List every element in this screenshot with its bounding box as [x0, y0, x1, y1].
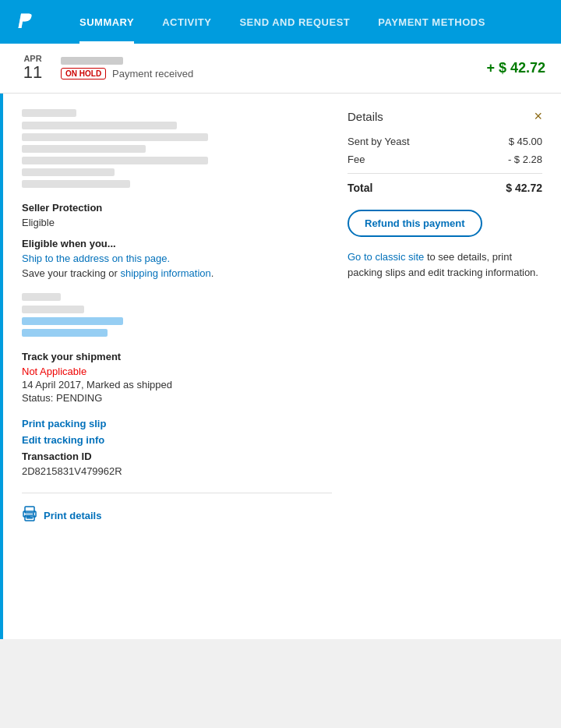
transaction-amount: + $ 42.72 — [486, 60, 545, 76]
transaction-id-value: 2D8215831V479962R — [22, 465, 332, 477]
address-line-1 — [22, 122, 177, 129]
transaction-bar: APR 11 ON HOLD Payment received + $ 42.7… — [0, 44, 561, 94]
address-line-2 — [22, 133, 208, 141]
total-row: Total $ 42.72 — [348, 178, 542, 197]
eligible-save-row: Save your tracking or shipping informati… — [22, 267, 332, 279]
nav-send-request[interactable]: SEND AND REQUEST — [225, 0, 364, 44]
transaction-date: APR 11 — [16, 54, 50, 82]
date-day: 11 — [16, 63, 50, 82]
eligible-ship: Ship to the address on this page. — [22, 253, 332, 264]
paid-by-label — [22, 293, 61, 301]
refund-button[interactable]: Refund this payment — [348, 210, 482, 237]
header: SUMMARY ACTIVITY SEND AND REQUEST PAYMEN… — [0, 0, 561, 44]
transaction-id-label: Transaction ID — [22, 451, 332, 462]
fee-amount: - $ 2.28 — [508, 154, 542, 165]
address-line-3 — [22, 145, 146, 153]
address-line-6 — [22, 180, 130, 188]
printer-icon — [22, 506, 37, 525]
sender-name — [61, 57, 123, 65]
details-header: Details × — [348, 109, 542, 123]
eligible-save-text: Save your tracking or — [22, 267, 120, 279]
track-na: Not Applicable — [22, 366, 332, 377]
total-amount: $ 42.72 — [506, 182, 542, 194]
address-line-4 — [22, 157, 208, 164]
paid-by-section — [22, 293, 332, 337]
eligible-when-label: Eligible when you... — [22, 238, 332, 249]
transaction-status-row: ON HOLD Payment received — [61, 68, 486, 80]
details-title: Details — [348, 110, 383, 123]
left-column: Seller Protection Eligible Eligible when… — [22, 109, 332, 624]
sent-by-label: Sent by Yeast — [348, 136, 410, 147]
track-status: Status: PENDING — [22, 392, 332, 404]
seller-protection-value: Eligible — [22, 217, 332, 228]
paypal-logo — [16, 11, 34, 33]
address-line-5 — [22, 168, 115, 176]
transaction-description: Payment received — [112, 68, 193, 80]
sent-by-amount: $ 45.00 — [509, 136, 542, 147]
classic-site-text: Go to classic site to see details, print… — [348, 249, 542, 280]
close-button[interactable]: × — [534, 109, 542, 123]
main-nav: SUMMARY ACTIVITY SEND AND REQUEST PAYMEN… — [65, 0, 499, 44]
track-shipment-label: Track your shipment — [22, 351, 332, 362]
eligible-period: . — [211, 267, 214, 279]
right-column: Details × Sent by Yeast $ 45.00 Fee - $ … — [348, 109, 542, 624]
shipping-information-link[interactable]: shipping information — [120, 267, 210, 279]
eligible-section: Eligible when you... Ship to the address… — [22, 238, 332, 279]
sent-by-row: Sent by Yeast $ 45.00 — [348, 133, 542, 150]
print-details-link[interactable]: Print details — [44, 510, 101, 521]
main-content: Seller Protection Eligible Eligible when… — [0, 94, 561, 639]
print-packing-slip-link[interactable]: Print packing slip — [22, 418, 332, 429]
print-edit-section: Print packing slip Edit tracking info — [22, 418, 332, 446]
edit-tracking-info-link[interactable]: Edit tracking info — [22, 434, 332, 446]
classic-site-link[interactable]: Go to classic site — [348, 251, 424, 263]
seller-protection-section: Seller Protection Eligible — [22, 202, 332, 228]
track-date: 14 April 2017, Marked as shipped — [22, 379, 332, 391]
transaction-id-section: Transaction ID 2D8215831V479962R — [22, 451, 332, 477]
svg-rect-4 — [26, 516, 30, 517]
nav-activity[interactable]: ACTIVITY — [148, 0, 225, 44]
total-label: Total — [348, 182, 372, 194]
paid-by-url — [22, 317, 123, 325]
seller-protection-label: Seller Protection — [22, 202, 332, 214]
details-divider — [348, 173, 542, 174]
paid-by-name — [22, 306, 84, 313]
track-shipment-section: Track your shipment Not Applicable 14 Ap… — [22, 351, 332, 404]
fee-label: Fee — [348, 154, 365, 165]
paid-by-email — [22, 329, 108, 337]
nav-summary[interactable]: SUMMARY — [65, 0, 148, 44]
on-hold-badge: ON HOLD — [61, 68, 106, 80]
print-details-row: Print details — [22, 493, 332, 525]
fee-row: Fee - $ 2.28 — [348, 150, 542, 168]
nav-payment-methods[interactable]: PAYMENT METHODS — [364, 0, 499, 44]
svg-rect-0 — [25, 507, 34, 513]
address-section — [22, 109, 332, 188]
transaction-info: ON HOLD Payment received — [61, 57, 486, 80]
address-label — [22, 109, 76, 117]
svg-rect-3 — [26, 518, 33, 519]
svg-point-5 — [33, 514, 34, 515]
